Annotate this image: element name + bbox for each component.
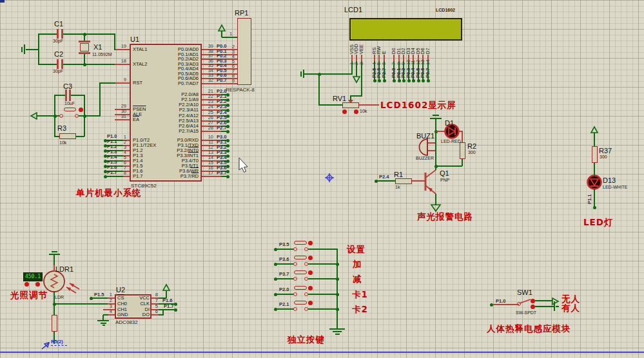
ground-bars bbox=[329, 328, 345, 330]
key-button-contact[interactable] bbox=[293, 307, 297, 311]
state-dot bbox=[308, 286, 313, 290]
junction-dot bbox=[226, 149, 229, 153]
junction-dot bbox=[398, 79, 401, 82]
net-label-p2-4: P2.4 bbox=[379, 174, 389, 180]
light-section-label: 光照调节 bbox=[10, 290, 48, 300]
keys-section-label: 独立按键 bbox=[288, 335, 325, 344]
key-button-cap[interactable] bbox=[294, 256, 307, 259]
junction-dot bbox=[378, 79, 381, 82]
power-bar-terminal bbox=[52, 251, 57, 252]
key-button-contact[interactable] bbox=[304, 247, 308, 251]
key-button-cap[interactable] bbox=[294, 301, 307, 305]
pin-name: P3.7/RD bbox=[159, 174, 199, 179]
r3-ref: R3 bbox=[57, 124, 66, 132]
transistor-q1[interactable] bbox=[425, 170, 436, 194]
junction-dot bbox=[174, 308, 177, 312]
text-label: 10k bbox=[59, 140, 66, 146]
schematic-canvas[interactable]: U1STC89C5219XTAL118XTAL29RST29PSEN30ALE3… bbox=[0, 0, 644, 358]
r5-body[interactable] bbox=[52, 315, 57, 332]
buzzer-body[interactable] bbox=[419, 139, 427, 155]
key-button-contact[interactable] bbox=[304, 262, 308, 266]
junction-dot bbox=[383, 79, 386, 82]
key-button-cap[interactable] bbox=[294, 241, 307, 245]
wire bbox=[103, 314, 108, 316]
probe-label: R5(2) bbox=[51, 339, 63, 344]
key-button-contact[interactable] bbox=[304, 277, 308, 281]
ground-bars bbox=[97, 320, 109, 321]
text-label: 6 bbox=[382, 62, 387, 65]
state-dot bbox=[354, 109, 358, 114]
switch-lever[interactable] bbox=[520, 299, 531, 303]
r2-body[interactable] bbox=[460, 142, 465, 159]
r1-body[interactable] bbox=[395, 178, 412, 184]
junction-dot bbox=[90, 297, 93, 300]
power-bar-terminal bbox=[24, 44, 25, 54]
junction-dot bbox=[226, 155, 229, 158]
pin-stub bbox=[374, 55, 375, 61]
reset-button-contact[interactable] bbox=[75, 114, 79, 118]
text-label: CH0 bbox=[117, 301, 127, 306]
key-button-contact[interactable] bbox=[304, 292, 308, 296]
key-button-contact[interactable] bbox=[293, 292, 297, 296]
wire bbox=[222, 37, 237, 38]
ground-bars bbox=[102, 325, 105, 326]
key-button-contact[interactable] bbox=[304, 307, 308, 311]
power-bar-terminal bbox=[21, 47, 23, 52]
lcd-screen[interactable] bbox=[349, 18, 462, 41]
power-bar-terminal bbox=[433, 115, 439, 116]
key-button-contact[interactable] bbox=[293, 277, 297, 281]
ldr-value-display[interactable]: 450.1 bbox=[23, 272, 43, 281]
r3-body[interactable] bbox=[59, 133, 76, 139]
sw1-pole[interactable] bbox=[517, 302, 521, 306]
pir-section-label: 人体热释电感应模块 bbox=[487, 324, 571, 334]
text-label: P1.7 bbox=[133, 174, 142, 179]
key-button-contact[interactable] bbox=[293, 247, 297, 251]
wire bbox=[308, 294, 337, 295]
wire bbox=[26, 49, 39, 50]
text-label: 1k bbox=[395, 185, 400, 190]
reset-button-contact[interactable] bbox=[59, 114, 63, 118]
text-label: P0.7 bbox=[217, 78, 226, 83]
ground-bars bbox=[335, 334, 340, 335]
state-dot bbox=[308, 301, 313, 305]
wire bbox=[55, 95, 65, 96]
lcd-pin-name: E bbox=[382, 51, 387, 54]
key-button-cap[interactable] bbox=[294, 270, 307, 274]
key-button-contact[interactable] bbox=[293, 262, 297, 266]
text-label: P2.7 bbox=[217, 126, 226, 131]
state-dot bbox=[308, 256, 313, 260]
pin-stub bbox=[356, 55, 357, 61]
text-label: CLK bbox=[130, 301, 150, 306]
reset-button-cap[interactable] bbox=[64, 108, 76, 111]
wire bbox=[535, 306, 554, 307]
pin-name: EA bbox=[133, 117, 139, 122]
x1-crystal-body[interactable] bbox=[80, 43, 89, 52]
rp1-respack-body[interactable] bbox=[237, 18, 251, 85]
text-label: LED-WHITE bbox=[603, 185, 628, 190]
wire bbox=[435, 194, 436, 205]
cap-plate bbox=[61, 29, 63, 39]
state-dot bbox=[308, 270, 313, 275]
state-dot bbox=[79, 108, 83, 112]
wire bbox=[39, 33, 59, 35]
r37-body[interactable] bbox=[592, 146, 598, 163]
key-net-label: P3.7 bbox=[279, 272, 289, 277]
power-bar-terminal bbox=[303, 70, 304, 78]
junction-dot bbox=[226, 104, 229, 107]
u1-ref: U1 bbox=[130, 35, 139, 43]
wire bbox=[275, 249, 294, 250]
ldr-photoresistor[interactable] bbox=[44, 271, 79, 293]
junction-dot bbox=[593, 206, 596, 209]
key-button-cap[interactable] bbox=[294, 286, 307, 290]
cap-plate bbox=[57, 29, 59, 39]
power-bar-terminal bbox=[300, 71, 302, 77]
state-dot bbox=[308, 241, 313, 245]
key-function-label: 卡1 bbox=[352, 290, 368, 299]
key-function-label: 设置 bbox=[347, 245, 366, 254]
led-white-d13[interactable] bbox=[588, 176, 601, 189]
rv1-pot-body[interactable] bbox=[342, 102, 359, 108]
wire bbox=[594, 163, 595, 176]
junction-dot bbox=[226, 130, 229, 133]
power-terminal-up-icon bbox=[163, 285, 170, 290]
junction-dot bbox=[226, 99, 229, 102]
